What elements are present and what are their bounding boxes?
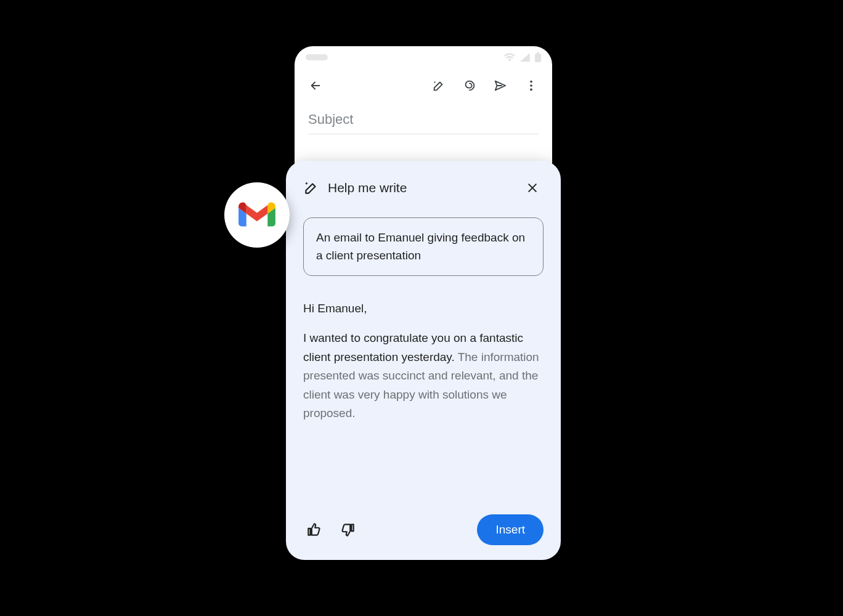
gmail-badge	[224, 182, 290, 248]
svg-point-2	[530, 81, 532, 83]
wifi-icon	[504, 53, 515, 62]
camera-cutout-pill	[306, 54, 328, 60]
thumbs-up-icon	[306, 522, 322, 538]
subject-input[interactable]	[308, 108, 539, 134]
more-vert-icon	[524, 79, 538, 92]
magic-pen-icon	[432, 79, 446, 92]
svg-rect-1	[537, 52, 539, 54]
sheet-footer: Insert	[303, 514, 544, 545]
thumbs-down-icon	[340, 522, 356, 538]
send-icon	[494, 79, 507, 92]
back-button[interactable]	[303, 73, 328, 98]
compose-app-bar	[295, 68, 552, 103]
more-button[interactable]	[519, 73, 544, 98]
thumbs-up-button[interactable]	[303, 519, 324, 540]
close-icon	[526, 182, 539, 194]
sheet-header: Help me write	[303, 177, 544, 199]
thumbs-down-button[interactable]	[338, 519, 359, 540]
svg-point-3	[530, 84, 532, 87]
status-icons	[504, 52, 541, 62]
battery-icon	[535, 52, 541, 62]
sheet-title: Help me write	[328, 180, 513, 195]
signal-icon	[520, 53, 530, 62]
draft-greeting: Hi Emanuel,	[303, 299, 544, 318]
svg-point-4	[530, 89, 532, 91]
prompt-input[interactable]: An email to Emanuel giving feedback on a…	[303, 217, 544, 276]
attachment-icon	[463, 79, 476, 92]
insert-button[interactable]: Insert	[477, 514, 544, 545]
magic-pen-button[interactable]	[426, 73, 451, 98]
draft-preview: Hi Emanuel, I wanted to congratulate you…	[303, 299, 544, 508]
subject-row	[295, 103, 552, 140]
magic-pen-icon	[303, 180, 319, 196]
attach-button[interactable]	[457, 73, 482, 98]
close-button[interactable]	[521, 177, 544, 199]
svg-rect-0	[535, 54, 541, 62]
send-button[interactable]	[488, 73, 513, 98]
gmail-icon	[238, 201, 276, 229]
help-me-write-sheet: Help me write An email to Emanuel giving…	[286, 161, 561, 560]
status-bar	[295, 46, 552, 68]
arrow-back-icon	[309, 79, 322, 92]
